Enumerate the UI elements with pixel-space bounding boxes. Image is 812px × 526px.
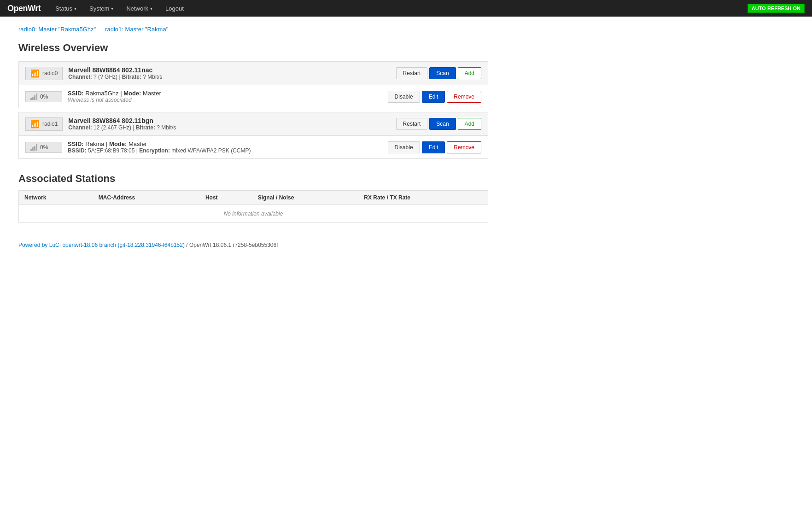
nav-system[interactable]: System ▾ — [84, 1, 119, 16]
main-content: radio0: Master "Rakma5Ghz" radio1: Maste… — [0, 17, 507, 267]
radio1-add-button[interactable]: Add — [458, 118, 481, 130]
radio0-remove-button[interactable]: Remove — [447, 91, 481, 103]
radio1-label: radio1 — [42, 121, 58, 127]
radio1-signal-pct: 0% — [40, 144, 48, 151]
radio1-body-info: SSID: Rakma | Mode: Master BSSID: 5A:EF:… — [68, 140, 382, 154]
footer-link[interactable]: Powered by LuCI openwrt-18.06 branch (gi… — [18, 242, 185, 248]
radio1-device-name: Marvell 88W8864 802.11bgn — [68, 117, 390, 124]
radio1-signal-bars-icon — [30, 144, 37, 151]
navbar: OpenWrt Status ▾ System ▾ Network ▾ Logo… — [0, 0, 812, 17]
radio0-scan-button[interactable]: Scan — [429, 67, 456, 79]
radio1-card: 📶 radio1 Marvell 88W8864 802.11bgn Chann… — [18, 112, 488, 159]
footer-version: / OpenWrt 18.06.1 r7258-5eb055306f — [186, 242, 278, 248]
radio0-device-detail: Channel: ? (? GHz) | Bitrate: ? Mbit/s — [68, 74, 390, 80]
radio0-header-actions: Restart Scan Add — [396, 67, 481, 79]
auto-refresh-badge[interactable]: AUTO REFRESH ON — [748, 4, 805, 13]
radio1-body: 0% SSID: Rakma | Mode: Master BSSID: 5A:… — [19, 136, 488, 158]
radio1-header: 📶 radio1 Marvell 88W8864 802.11bgn Chann… — [19, 112, 488, 136]
radio1-restart-button[interactable]: Restart — [396, 118, 428, 130]
col-rate: RX Rate / TX Rate — [358, 191, 488, 205]
radio0-signal-bars-icon — [30, 94, 37, 100]
radio1-ssid-line: SSID: Rakma | Mode: Master — [68, 140, 382, 147]
nav-status[interactable]: Status ▾ — [50, 1, 82, 16]
radio0-ssid-line: SSID: Rakma5Ghz | Mode: Master — [68, 90, 382, 97]
nav-network[interactable]: Network ▾ — [121, 1, 158, 16]
radio0-body-info: SSID: Rakma5Ghz | Mode: Master Wireless … — [68, 90, 382, 103]
radio1-disable-button[interactable]: Disable — [388, 141, 420, 153]
radio0-device-name: Marvell 88W8864 802.11nac — [68, 66, 390, 74]
table-header-row: Network MAC-Address Host Signal / Noise … — [19, 191, 488, 205]
network-caret-icon: ▾ — [150, 6, 152, 11]
radio0-label: radio0 — [42, 70, 58, 76]
associated-stations-title: Associated Stations — [18, 173, 488, 185]
radio0-body: 0% SSID: Rakma5Ghz | Mode: Master Wirele… — [19, 85, 488, 108]
radio1-bssid-line: BSSID: 5A:EF:68:B9:78:05 | Encryption: m… — [68, 147, 382, 154]
radio0-signal-badge: 0% — [25, 91, 62, 102]
radio1-remove-button[interactable]: Remove — [447, 141, 481, 153]
associated-stations-table: Network MAC-Address Host Signal / Noise … — [18, 190, 488, 223]
radio1-header-actions: Restart Scan Add — [396, 118, 481, 130]
radio0-info: Marvell 88W8864 802.11nac Channel: ? (? … — [68, 66, 390, 80]
radio1-wifi-icon: 📶 — [30, 120, 40, 129]
radio0-header: 📶 radio0 Marvell 88W8864 802.11nac Chann… — [19, 62, 488, 85]
radio1-edit-button[interactable]: Edit — [422, 141, 445, 153]
breadcrumb-tabs: radio0: Master "Rakma5Ghz" radio1: Maste… — [18, 26, 488, 33]
col-mac: MAC-Address — [93, 191, 200, 205]
radio0-badge: 📶 radio0 — [25, 67, 63, 80]
radio0-disable-button[interactable]: Disable — [388, 91, 420, 103]
no-info-row: No information available — [19, 205, 488, 223]
radio1-info: Marvell 88W8864 802.11bgn Channel: 12 (2… — [68, 117, 390, 131]
radio1-body-actions: Disable Edit Remove — [388, 141, 481, 153]
associated-stations-section: Associated Stations Network MAC-Address … — [18, 173, 488, 223]
breadcrumb-radio0[interactable]: radio0: Master "Rakma5Ghz" — [18, 26, 96, 33]
radio1-signal-badge: 0% — [25, 142, 62, 153]
breadcrumb-radio1[interactable]: radio1: Master "Rakma" — [105, 26, 168, 33]
radio1-device-detail: Channel: 12 (2.467 GHz) | Bitrate: ? Mbi… — [68, 124, 390, 131]
radio1-scan-button[interactable]: Scan — [429, 118, 456, 130]
radio0-wifi-icon: 📶 — [30, 69, 40, 78]
no-info-cell: No information available — [19, 205, 488, 223]
col-signal: Signal / Noise — [252, 191, 359, 205]
nav-logout[interactable]: Logout — [160, 1, 189, 16]
radio0-card: 📶 radio0 Marvell 88W8864 802.11nac Chann… — [18, 61, 488, 108]
radio0-signal-pct: 0% — [40, 94, 48, 100]
col-network: Network — [19, 191, 93, 205]
radio0-edit-button[interactable]: Edit — [422, 91, 445, 103]
wireless-overview-title: Wireless Overview — [18, 42, 488, 54]
brand-logo: OpenWrt — [7, 4, 41, 13]
footer: Powered by LuCI openwrt-18.06 branch (gi… — [18, 241, 488, 257]
radio0-restart-button[interactable]: Restart — [396, 67, 428, 79]
radio0-add-button[interactable]: Add — [458, 67, 481, 79]
radio0-not-associated: Wireless is not associated — [68, 97, 382, 103]
system-caret-icon: ▾ — [111, 6, 113, 11]
status-caret-icon: ▾ — [74, 6, 76, 11]
radio1-badge: 📶 radio1 — [25, 117, 63, 131]
footer-text: Powered by LuCI openwrt-18.06 branch (gi… — [18, 242, 278, 248]
col-host: Host — [200, 191, 252, 205]
nav-menu: Status ▾ System ▾ Network ▾ Logout — [50, 1, 748, 16]
radio0-body-actions: Disable Edit Remove — [388, 91, 481, 103]
